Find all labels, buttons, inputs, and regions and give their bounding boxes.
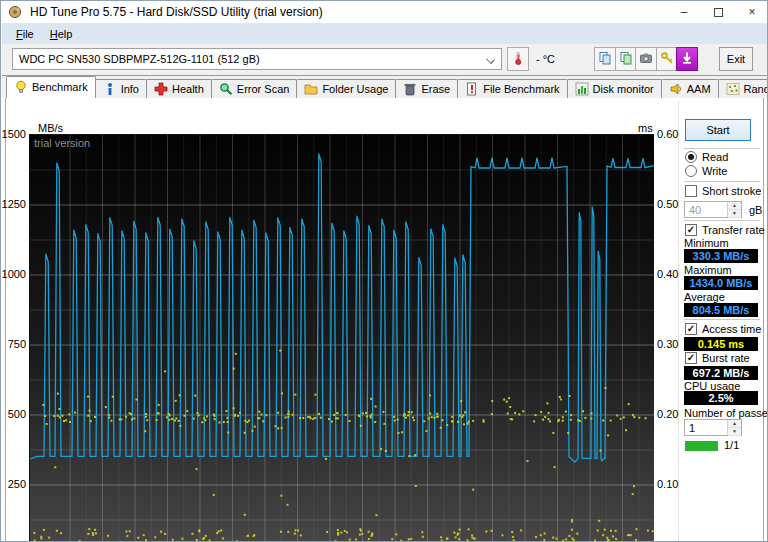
menu-file[interactable]: File bbox=[8, 26, 42, 42]
magnifier-icon bbox=[219, 82, 233, 96]
right-tick: 0.50 bbox=[657, 198, 687, 210]
camera-icon bbox=[639, 51, 653, 67]
drive-select[interactable]: WDC PC SN530 SDBPMPZ-512G-1101 (512 gB) bbox=[12, 48, 502, 70]
access-time-checkbox[interactable]: Access time bbox=[685, 323, 761, 335]
tab-strip: BenchmarkInfoHealthError ScanFolder Usag… bbox=[2, 76, 768, 98]
tab-health[interactable]: Health bbox=[146, 79, 212, 98]
write-radio-circle[interactable] bbox=[685, 165, 697, 177]
minimum-value: 330.3 MB/s bbox=[684, 249, 758, 263]
passes-label: Number of passes bbox=[684, 407, 768, 419]
spin-down-icon[interactable]: ▼ bbox=[728, 428, 741, 436]
window-title: HD Tune Pro 5.75 - Hard Disk/SSD Utility… bbox=[30, 5, 323, 19]
spin-up-icon[interactable]: ▲ bbox=[728, 202, 741, 210]
short-stroke-spinner[interactable]: 40 ▲▼ bbox=[684, 201, 742, 218]
burst-rate-box[interactable] bbox=[685, 352, 697, 364]
health-cross-icon bbox=[154, 82, 168, 96]
short-stroke-checkbox[interactable]: Short stroke bbox=[685, 185, 761, 197]
menu-bar: FileHelp bbox=[2, 23, 768, 44]
chevron-down-icon bbox=[486, 55, 495, 64]
access-time-value: 0.145 ms bbox=[684, 337, 758, 351]
keys-icon bbox=[660, 51, 674, 67]
right-tick: 0.40 bbox=[657, 268, 687, 280]
copy-text-button[interactable] bbox=[594, 47, 616, 71]
cpu-usage-value: 2.5% bbox=[684, 391, 758, 405]
separator bbox=[684, 220, 760, 222]
close-button[interactable]: × bbox=[735, 1, 768, 23]
spin-down-icon[interactable]: ▼ bbox=[728, 210, 741, 218]
app-window: HD Tune Pro 5.75 - Hard Disk/SSD Utility… bbox=[0, 0, 768, 542]
menu-help[interactable]: Help bbox=[42, 26, 81, 42]
passes-spinner[interactable]: 1 ▲▼ bbox=[684, 419, 742, 436]
progress-bar bbox=[685, 441, 718, 451]
tab-label: Folder Usage bbox=[322, 83, 388, 95]
tab-label: Benchmark bbox=[32, 81, 88, 93]
read-radio-circle[interactable] bbox=[685, 151, 697, 163]
short-stroke-box[interactable] bbox=[685, 185, 697, 197]
tab-folder-usage[interactable]: Folder Usage bbox=[296, 79, 396, 98]
bar-chart-icon bbox=[575, 82, 589, 96]
maximum-label: Maximum bbox=[684, 264, 732, 276]
folder-icon bbox=[304, 82, 318, 96]
tab-label: AAM bbox=[687, 83, 711, 95]
access-time-box[interactable] bbox=[685, 323, 697, 335]
average-label: Average bbox=[684, 291, 725, 303]
separator bbox=[684, 181, 760, 183]
average-value: 804.5 MB/s bbox=[684, 303, 758, 317]
left-tick: 1500 bbox=[1, 128, 26, 140]
burst-rate-checkbox[interactable]: Burst rate bbox=[685, 352, 750, 364]
tab-info[interactable]: Info bbox=[95, 79, 147, 98]
tab-label: Random Access bbox=[744, 83, 768, 95]
start-button[interactable]: Start bbox=[685, 119, 751, 141]
copy-image-button[interactable] bbox=[615, 47, 637, 71]
left-axis-unit: MB/s bbox=[38, 122, 63, 134]
tab-benchmark[interactable]: Benchmark bbox=[6, 76, 96, 98]
transfer-rate-checkbox[interactable]: Transfer rate bbox=[685, 224, 765, 236]
spin-up-icon[interactable]: ▲ bbox=[728, 420, 741, 428]
transfer-rate-box[interactable] bbox=[685, 224, 697, 236]
tab-label: Error Scan bbox=[237, 83, 290, 95]
tab-random-access[interactable]: Random Access bbox=[718, 79, 768, 98]
maximize-button[interactable] bbox=[701, 1, 735, 23]
copy-image-icon bbox=[619, 51, 633, 67]
access-time-label: Access time bbox=[702, 323, 761, 335]
temperature-button[interactable] bbox=[507, 47, 529, 71]
tab-file-benchmark[interactable]: File Benchmark bbox=[457, 79, 567, 98]
scatter-grid-icon bbox=[726, 82, 740, 96]
minimum-label: Minimum bbox=[684, 237, 729, 249]
read-radio-label: Read bbox=[702, 151, 728, 163]
copy-icon bbox=[598, 51, 612, 67]
passes-value: 1 bbox=[685, 420, 727, 435]
tab-erase[interactable]: Erase bbox=[395, 79, 458, 98]
right-tick: 0.20 bbox=[657, 408, 687, 420]
exit-button[interactable]: Exit bbox=[719, 47, 753, 71]
app-icon bbox=[8, 5, 22, 19]
trash-icon bbox=[403, 82, 417, 96]
update-button[interactable] bbox=[676, 47, 698, 71]
info-icon bbox=[103, 82, 117, 96]
content-left-border bbox=[5, 98, 6, 542]
short-stroke-unit: gB bbox=[749, 204, 762, 216]
read-radio[interactable]: Read bbox=[685, 151, 728, 163]
tab-disk-monitor[interactable]: Disk monitor bbox=[567, 79, 662, 98]
toolbar: WDC PC SN530 SDBPMPZ-512G-1101 (512 gB) … bbox=[2, 44, 768, 76]
maximize-icon bbox=[714, 8, 723, 17]
maximum-value: 1434.0 MB/s bbox=[684, 276, 758, 290]
content-right-border bbox=[763, 98, 764, 542]
tab-label: File Benchmark bbox=[483, 83, 559, 95]
right-tick: 0.10 bbox=[657, 478, 687, 490]
right-axis-unit: ms bbox=[638, 122, 653, 134]
register-button[interactable] bbox=[656, 47, 678, 71]
separator bbox=[684, 319, 760, 321]
minimize-button[interactable]: – bbox=[667, 1, 701, 23]
tab-label: Info bbox=[121, 83, 139, 95]
left-tick: 250 bbox=[1, 478, 26, 490]
title-bar: HD Tune Pro 5.75 - Hard Disk/SSD Utility… bbox=[1, 1, 768, 23]
tab-error-scan[interactable]: Error Scan bbox=[211, 79, 298, 98]
tab-aam[interactable]: AAM bbox=[661, 79, 719, 98]
short-stroke-label: Short stroke bbox=[702, 185, 761, 197]
drive-select-value: WDC PC SN530 SDBPMPZ-512G-1101 (512 gB) bbox=[19, 53, 260, 65]
write-radio[interactable]: Write bbox=[685, 165, 727, 177]
benchmark-chart bbox=[29, 134, 654, 542]
burst-rate-value: 697.2 MB/s bbox=[684, 366, 758, 380]
screenshot-button[interactable] bbox=[635, 47, 657, 71]
